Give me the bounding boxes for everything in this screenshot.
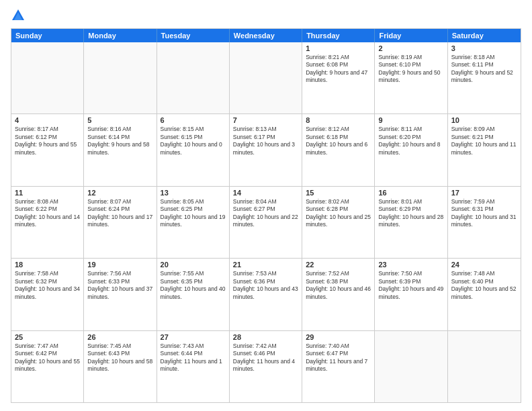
calendar-cell: 8Sunrise: 8:12 AMSunset: 6:18 PMDaylight… — [302, 114, 375, 185]
calendar-cell: 6Sunrise: 8:15 AMSunset: 6:15 PMDaylight… — [157, 114, 230, 185]
calendar-cell: 16Sunrise: 8:01 AMSunset: 6:29 PMDayligh… — [375, 187, 447, 258]
calendar-cell: 3Sunrise: 8:18 AMSunset: 6:11 PMDaylight… — [448, 42, 521, 113]
calendar-cell: 15Sunrise: 8:02 AMSunset: 6:28 PMDayligh… — [302, 187, 375, 258]
cell-details: Sunrise: 8:15 AMSunset: 6:15 PMDaylight:… — [161, 126, 226, 156]
cell-details: Sunrise: 8:11 AMSunset: 6:20 PMDaylight:… — [378, 126, 443, 156]
cell-details: Sunrise: 7:56 AMSunset: 6:33 PMDaylight:… — [87, 270, 152, 301]
weekday-header: Saturday — [448, 29, 521, 42]
cell-details: Sunrise: 8:17 AMSunset: 6:12 PMDaylight:… — [15, 126, 80, 156]
calendar-cell: 11Sunrise: 8:08 AMSunset: 6:22 PMDayligh… — [11, 187, 84, 258]
cell-details: Sunrise: 7:53 AMSunset: 6:36 PMDaylight:… — [233, 270, 298, 301]
cell-details: Sunrise: 7:48 AMSunset: 6:40 PMDaylight:… — [451, 270, 517, 301]
cell-details: Sunrise: 8:18 AMSunset: 6:11 PMDaylight:… — [451, 54, 517, 85]
calendar-cell — [375, 331, 447, 402]
calendar-body: 1Sunrise: 8:21 AMSunset: 6:08 PMDaylight… — [11, 42, 521, 402]
cell-details: Sunrise: 7:43 AMSunset: 6:44 PMDaylight:… — [161, 342, 226, 373]
calendar-cell: 28Sunrise: 7:42 AMSunset: 6:46 PMDayligh… — [230, 331, 302, 402]
weekday-header: Monday — [84, 29, 157, 42]
calendar-cell: 5Sunrise: 8:16 AMSunset: 6:14 PMDaylight… — [84, 114, 157, 185]
cell-details: Sunrise: 8:04 AMSunset: 6:27 PMDaylight:… — [233, 198, 298, 229]
day-number: 19 — [87, 261, 152, 269]
weekday-header: Tuesday — [157, 29, 230, 42]
calendar-cell — [157, 42, 230, 113]
calendar-cell: 22Sunrise: 7:52 AMSunset: 6:38 PMDayligh… — [302, 259, 375, 330]
calendar-cell: 25Sunrise: 7:47 AMSunset: 6:42 PMDayligh… — [11, 331, 84, 402]
calendar-cell: 1Sunrise: 8:21 AMSunset: 6:08 PMDaylight… — [302, 42, 375, 113]
cell-details: Sunrise: 7:42 AMSunset: 6:46 PMDaylight:… — [233, 342, 298, 373]
calendar-cell — [230, 42, 302, 113]
cell-details: Sunrise: 7:47 AMSunset: 6:42 PMDaylight:… — [15, 342, 80, 373]
cell-details: Sunrise: 7:40 AMSunset: 6:47 PMDaylight:… — [306, 342, 371, 373]
calendar-cell: 17Sunrise: 7:59 AMSunset: 6:31 PMDayligh… — [448, 187, 521, 258]
day-number: 11 — [15, 189, 80, 197]
day-number: 9 — [378, 116, 443, 124]
cell-details: Sunrise: 7:55 AMSunset: 6:35 PMDaylight:… — [161, 270, 226, 301]
day-number: 22 — [306, 261, 371, 269]
calendar-cell: 27Sunrise: 7:43 AMSunset: 6:44 PMDayligh… — [157, 331, 230, 402]
day-number: 17 — [451, 189, 517, 197]
cell-details: Sunrise: 7:52 AMSunset: 6:38 PMDaylight:… — [306, 270, 371, 301]
cell-details: Sunrise: 7:50 AMSunset: 6:39 PMDaylight:… — [378, 270, 443, 301]
day-number: 6 — [161, 116, 226, 124]
day-number: 4 — [15, 116, 80, 124]
cell-details: Sunrise: 8:08 AMSunset: 6:22 PMDaylight:… — [15, 198, 80, 229]
day-number: 27 — [161, 333, 226, 341]
day-number: 23 — [378, 261, 443, 269]
day-number: 20 — [161, 261, 226, 269]
calendar-cell — [448, 331, 521, 402]
day-number: 1 — [306, 44, 371, 52]
logo — [11, 8, 28, 23]
day-number: 21 — [233, 261, 298, 269]
cell-details: Sunrise: 8:01 AMSunset: 6:29 PMDaylight:… — [378, 198, 443, 229]
day-number: 28 — [233, 333, 298, 341]
day-number: 15 — [306, 189, 371, 197]
weekday-header: Thursday — [302, 29, 375, 42]
calendar-cell: 14Sunrise: 8:04 AMSunset: 6:27 PMDayligh… — [230, 187, 302, 258]
calendar-cell: 2Sunrise: 8:19 AMSunset: 6:10 PMDaylight… — [375, 42, 447, 113]
day-number: 24 — [451, 261, 517, 269]
calendar-row: 18Sunrise: 7:58 AMSunset: 6:32 PMDayligh… — [11, 258, 521, 330]
calendar-row: 4Sunrise: 8:17 AMSunset: 6:12 PMDaylight… — [11, 113, 521, 185]
calendar-cell: 12Sunrise: 8:07 AMSunset: 6:24 PMDayligh… — [84, 187, 157, 258]
day-number: 2 — [378, 44, 443, 52]
day-number: 3 — [451, 44, 517, 52]
weekday-header: Wednesday — [230, 29, 302, 42]
calendar-cell: 4Sunrise: 8:17 AMSunset: 6:12 PMDaylight… — [11, 114, 84, 185]
cell-details: Sunrise: 8:09 AMSunset: 6:21 PMDaylight:… — [451, 126, 517, 156]
cell-details: Sunrise: 7:58 AMSunset: 6:32 PMDaylight:… — [15, 270, 80, 301]
calendar-cell: 21Sunrise: 7:53 AMSunset: 6:36 PMDayligh… — [230, 259, 302, 330]
logo-icon — [11, 8, 26, 23]
calendar-row: 1Sunrise: 8:21 AMSunset: 6:08 PMDaylight… — [11, 42, 521, 113]
day-number: 16 — [378, 189, 443, 197]
cell-details: Sunrise: 8:02 AMSunset: 6:28 PMDaylight:… — [306, 198, 371, 229]
calendar-cell: 29Sunrise: 7:40 AMSunset: 6:47 PMDayligh… — [302, 331, 375, 402]
calendar-cell: 26Sunrise: 7:45 AMSunset: 6:43 PMDayligh… — [84, 331, 157, 402]
day-number: 14 — [233, 189, 298, 197]
calendar-cell: 13Sunrise: 8:05 AMSunset: 6:25 PMDayligh… — [157, 187, 230, 258]
weekday-header: Friday — [375, 29, 447, 42]
calendar-cell: 9Sunrise: 8:11 AMSunset: 6:20 PMDaylight… — [375, 114, 447, 185]
calendar: SundayMondayTuesdayWednesdayThursdayFrid… — [11, 28, 521, 403]
page: SundayMondayTuesdayWednesdayThursdayFrid… — [0, 0, 532, 411]
cell-details: Sunrise: 7:59 AMSunset: 6:31 PMDaylight:… — [451, 198, 517, 229]
calendar-cell: 7Sunrise: 8:13 AMSunset: 6:17 PMDaylight… — [230, 114, 302, 185]
cell-details: Sunrise: 8:12 AMSunset: 6:18 PMDaylight:… — [306, 126, 371, 156]
cell-details: Sunrise: 8:07 AMSunset: 6:24 PMDaylight:… — [87, 198, 152, 229]
calendar-cell: 24Sunrise: 7:48 AMSunset: 6:40 PMDayligh… — [448, 259, 521, 330]
cell-details: Sunrise: 8:19 AMSunset: 6:10 PMDaylight:… — [378, 54, 443, 85]
calendar-cell: 18Sunrise: 7:58 AMSunset: 6:32 PMDayligh… — [11, 259, 84, 330]
calendar-cell: 19Sunrise: 7:56 AMSunset: 6:33 PMDayligh… — [84, 259, 157, 330]
cell-details: Sunrise: 8:16 AMSunset: 6:14 PMDaylight:… — [87, 126, 152, 156]
cell-details: Sunrise: 8:21 AMSunset: 6:08 PMDaylight:… — [306, 54, 371, 85]
day-number: 13 — [161, 189, 226, 197]
day-number: 7 — [233, 116, 298, 124]
day-number: 18 — [15, 261, 80, 269]
calendar-cell: 20Sunrise: 7:55 AMSunset: 6:35 PMDayligh… — [157, 259, 230, 330]
day-number: 26 — [87, 333, 152, 341]
calendar-cell — [11, 42, 84, 113]
day-number: 10 — [451, 116, 517, 124]
cell-details: Sunrise: 8:13 AMSunset: 6:17 PMDaylight:… — [233, 126, 298, 156]
calendar-cell: 10Sunrise: 8:09 AMSunset: 6:21 PMDayligh… — [448, 114, 521, 185]
calendar-row: 11Sunrise: 8:08 AMSunset: 6:22 PMDayligh… — [11, 186, 521, 258]
cell-details: Sunrise: 7:45 AMSunset: 6:43 PMDaylight:… — [87, 342, 152, 373]
